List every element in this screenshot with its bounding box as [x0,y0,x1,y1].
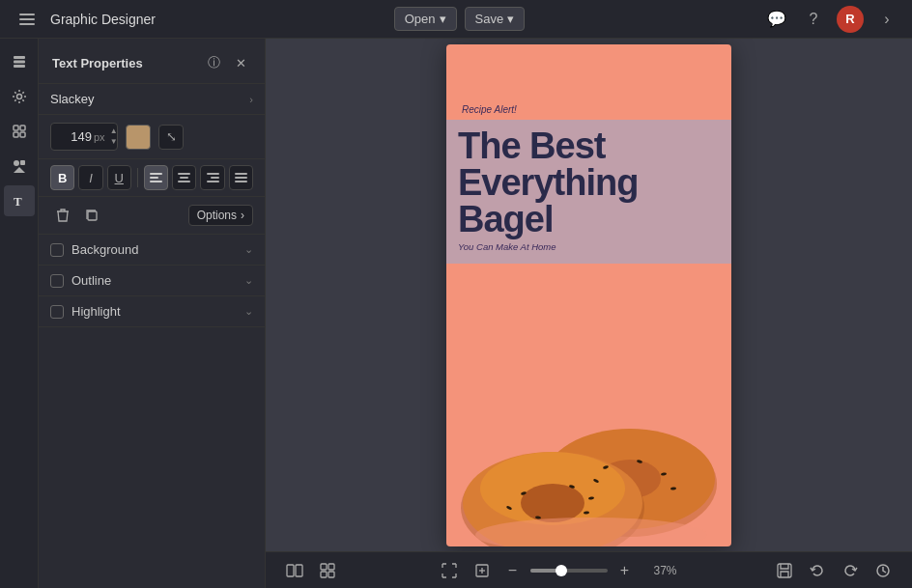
align-left-button[interactable] [144,165,168,190]
format-separator [137,168,138,187]
panel-header-icons: ⓘ ✕ [203,52,251,73]
outline-section: Outline ⌄ [39,266,265,296]
svg-rect-1 [14,61,25,64]
fit-button[interactable] [469,557,496,584]
comment-icon[interactable]: 💬 [763,6,790,33]
sidebar-settings-icon[interactable] [4,81,35,112]
topbar: Graphic Designer Open ▾ Save ▾ 💬 ? R › [0,0,912,39]
zoom-in-button[interactable]: + [613,559,637,582]
sidebar-elements-icon[interactable] [4,151,35,182]
panel-close-icon[interactable]: ✕ [230,52,251,73]
more-icon[interactable]: › [873,6,900,33]
history-button[interactable] [869,557,897,584]
bagel-area [446,295,731,546]
color-swatch[interactable] [126,125,151,150]
svg-rect-20 [207,181,219,182]
menu-icon[interactable] [12,4,43,35]
zoom-control: − + 37% [436,557,677,584]
outline-row[interactable]: Outline ⌄ [39,266,265,295]
design-card: Recipe Alert! The Best Everything Bagel … [446,44,731,546]
duplicate-button[interactable] [79,203,104,228]
background-left: Background [50,242,138,257]
svg-rect-46 [321,564,327,570]
bottom-right [771,557,897,584]
svg-text:T: T [14,194,22,209]
grid-view-icon[interactable] [314,557,341,584]
outline-left: Outline [50,273,111,288]
background-row[interactable]: Background ⌄ [39,235,265,265]
fullscreen-button[interactable] [436,557,463,584]
svg-rect-4 [14,126,18,130]
svg-rect-49 [328,572,334,577]
highlight-checkbox[interactable] [50,305,64,319]
action-icons [50,203,104,228]
font-size-input[interactable] [57,129,92,144]
italic-button[interactable]: I [78,165,102,190]
format-row: B I U [39,159,265,197]
open-button[interactable]: Open ▾ [394,7,457,31]
highlight-section: Highlight ⌄ [39,296,265,327]
headline-line2: Everything [458,164,720,201]
redo-button[interactable] [837,557,864,584]
options-label: Options [197,209,237,222]
highlight-row[interactable]: Highlight ⌄ [39,296,265,326]
zoom-out-button[interactable]: − [501,559,525,582]
background-chevron-icon[interactable]: ⌄ [244,243,253,256]
sidebar-text-icon[interactable]: T [4,185,35,216]
font-name: Slackey [50,92,95,106]
headline-text: The Best Everything Bagel [458,127,720,238]
canvas-container[interactable]: Recipe Alert! The Best Everything Bagel … [266,39,912,551]
align-center-button[interactable] [172,165,196,190]
app-title: Graphic Designer [50,12,156,27]
help-icon[interactable]: ? [800,6,827,33]
layers-view-icon[interactable] [281,557,308,584]
topbar-left: Graphic Designer [12,4,156,35]
save-history-icon[interactable] [771,557,798,584]
highlight-chevron-icon[interactable]: ⌄ [244,305,253,318]
panel-info-icon[interactable]: ⓘ [203,52,224,73]
underline-button[interactable]: U [107,165,131,190]
svg-rect-6 [14,132,18,137]
bottom-left [281,557,341,584]
zoom-slider[interactable] [530,569,608,573]
svg-rect-23 [235,181,247,182]
options-button[interactable]: Options › [188,205,253,226]
outline-checkbox[interactable] [50,274,64,288]
subtext: You Can Make At Home [458,241,720,252]
options-chevron-icon: › [241,209,244,222]
highlight-left: Highlight [50,304,121,319]
font-chevron-icon: › [249,94,253,105]
main: T Text Properties ⓘ ✕ Slackey › px ▲ ▼ [0,39,912,588]
background-section: Background ⌄ [39,235,265,266]
sidebar-layers-icon[interactable] [4,46,35,77]
undo-button[interactable] [804,557,831,584]
zoom-percent: 37% [642,564,677,577]
zoom-thumb [556,565,567,576]
svg-point-8 [14,160,19,166]
resize-text-button[interactable]: ⤡ [158,125,184,150]
align-right-button[interactable] [200,165,224,190]
bold-button[interactable]: B [50,165,74,190]
align-justify-button[interactable] [229,165,253,190]
text-block-overlay[interactable]: The Best Everything Bagel You Can Make A… [446,120,731,264]
svg-rect-13 [150,177,158,179]
font-size-unit: px [94,131,105,143]
svg-marker-10 [14,167,25,173]
background-checkbox[interactable] [50,243,64,257]
canvas-area: Recipe Alert! The Best Everything Bagel … [266,39,912,588]
highlight-label: Highlight [71,304,121,319]
font-size-down-button[interactable]: ▼ [107,137,121,147]
delete-button[interactable] [50,203,75,228]
avatar[interactable]: R [837,6,864,33]
font-selector[interactable]: Slackey › [39,84,265,115]
sidebar-grid-icon[interactable] [4,116,35,147]
svg-rect-5 [20,126,25,130]
font-size-up-button[interactable]: ▲ [107,126,121,136]
recipe-alert-text: Recipe Alert! [462,104,517,115]
save-button[interactable]: Save ▾ [465,7,526,31]
svg-rect-14 [150,181,162,182]
svg-rect-21 [235,173,247,175]
background-label: Background [71,242,138,257]
svg-rect-45 [296,565,302,576]
outline-chevron-icon[interactable]: ⌄ [244,274,253,287]
